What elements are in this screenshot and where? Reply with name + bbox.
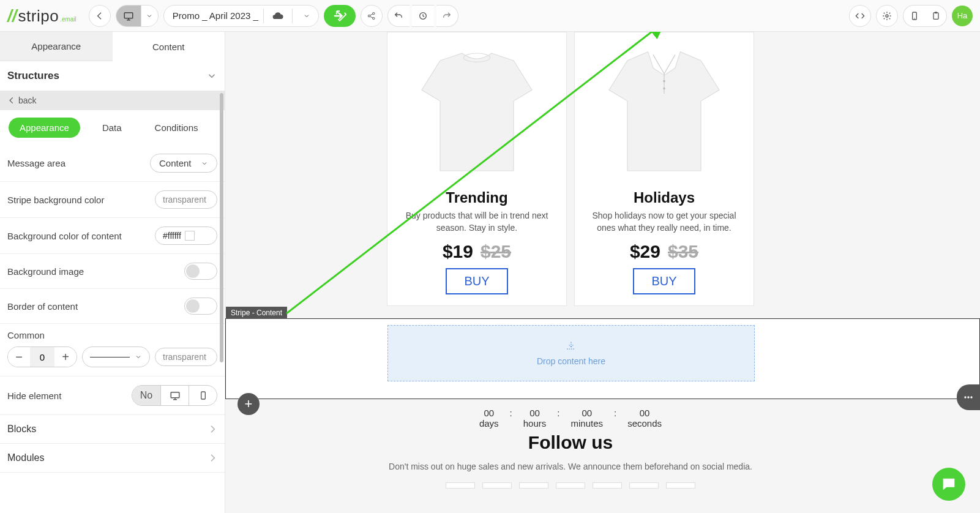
back-link[interactable]: back	[0, 91, 225, 110]
accordion-blocks[interactable]: Blocks	[0, 415, 225, 444]
tab-appearance[interactable]: Appearance	[0, 32, 113, 61]
share-button[interactable]	[361, 5, 383, 27]
drop-text: Drop content here	[537, 356, 605, 366]
add-stripe-button[interactable]: +	[238, 393, 260, 415]
device-dropdown[interactable]	[141, 6, 158, 26]
subtab-conditions[interactable]: Conditions	[144, 118, 209, 138]
social-icon[interactable]	[666, 482, 695, 489]
svg-rect-11	[201, 392, 205, 399]
prop-label: Common	[7, 330, 217, 340]
prop-label: Message area	[7, 158, 65, 168]
stripe-bg-input[interactable]: transparent	[155, 190, 217, 209]
preview-button[interactable]	[925, 5, 947, 27]
message-area-select[interactable]: Content	[150, 154, 217, 173]
tab-content[interactable]: Content	[113, 32, 225, 61]
countdown-block[interactable]: 00days : 00hours : 00minutes : 00seconds…	[387, 408, 754, 489]
history-button[interactable]	[412, 5, 434, 27]
social-icon[interactable]	[446, 482, 475, 489]
border-style-select[interactable]	[82, 346, 150, 367]
sidebar-scrollbar[interactable]	[220, 93, 225, 513]
device-toggle[interactable]	[116, 5, 159, 27]
product-old-price: $35	[668, 241, 698, 262]
follow-desc: Don't miss out on huge sales and new arr…	[387, 462, 754, 471]
social-icon[interactable]	[482, 482, 512, 489]
hide-no[interactable]: No	[132, 386, 160, 405]
cd-days-l: days	[479, 418, 499, 429]
buy-button[interactable]: BUY	[633, 268, 695, 294]
stripe-tag: Stripe - Content	[226, 307, 287, 319]
device-desktop[interactable]	[116, 6, 141, 26]
avatar[interactable]: Ha	[952, 6, 973, 26]
color-swatch	[185, 231, 195, 241]
prop-common: Common − 0 + transparent	[0, 324, 225, 376]
subtab-appearance[interactable]: Appearance	[9, 118, 80, 138]
product-card[interactable]: Holidays Shop holidays now to get your s…	[574, 32, 754, 306]
export-button[interactable]	[324, 5, 356, 27]
svg-rect-8	[933, 12, 938, 19]
product-price: $19	[443, 241, 473, 262]
subtab-data[interactable]: Data	[91, 118, 133, 138]
hide-mobile[interactable]	[189, 386, 217, 405]
prop-message-area: Message area Content	[0, 145, 225, 182]
back-button[interactable]	[89, 5, 111, 27]
svg-rect-9	[935, 12, 937, 13]
product-old-price: $25	[481, 241, 511, 262]
redo-icon	[442, 11, 452, 21]
product-desc: Buy products that will be in trend next …	[395, 210, 559, 234]
product-card[interactable]: Trending Buy products that will be in tr…	[387, 32, 567, 306]
more-actions-button[interactable]	[957, 384, 980, 410]
redo-button[interactable]	[436, 5, 458, 27]
preview-mobile-button[interactable]	[903, 5, 925, 27]
project-dropdown[interactable]	[297, 7, 316, 25]
sidebar: Appearance Content Structures back Appea…	[0, 32, 225, 513]
chevron-down-icon	[146, 12, 153, 20]
code-button[interactable]	[849, 5, 871, 27]
prop-stripe-bg: Stripe background color transparent	[0, 182, 225, 218]
cd-sec-v: 00	[640, 408, 650, 418]
canvas: Trending Buy products that will be in tr…	[225, 32, 980, 513]
chat-icon	[940, 476, 957, 493]
product-title: Trending	[395, 189, 559, 206]
chevron-down-icon	[303, 12, 310, 20]
buy-button[interactable]: BUY	[446, 268, 507, 294]
export-icon	[333, 9, 346, 23]
code-icon	[855, 11, 865, 21]
social-icon[interactable]	[593, 482, 622, 489]
border-color-input[interactable]: transparent	[155, 348, 217, 366]
cloud-save-button[interactable]	[269, 7, 287, 25]
settings-button[interactable]	[876, 5, 898, 27]
accordion-label: Modules	[7, 452, 44, 463]
product-price: $29	[630, 241, 660, 262]
border-width-stepper[interactable]: − 0 +	[7, 346, 77, 367]
mobile-icon	[198, 391, 208, 400]
prop-label: Stripe background color	[7, 195, 104, 205]
cd-min-v: 00	[582, 408, 592, 418]
undo-button[interactable]	[387, 5, 410, 27]
hide-desktop[interactable]	[160, 386, 189, 405]
content-bg-input[interactable]: #ffffff	[155, 227, 217, 245]
border-toggle[interactable]	[184, 298, 217, 315]
social-icon[interactable]	[629, 482, 659, 489]
chat-button[interactable]	[932, 468, 965, 501]
mobile-icon	[910, 11, 919, 21]
stepper-plus[interactable]: +	[54, 347, 77, 367]
dots-icon	[962, 391, 974, 403]
undo-icon	[394, 11, 403, 21]
svg-point-17	[970, 396, 972, 398]
social-icon[interactable]	[519, 482, 548, 489]
drop-zone[interactable]: Drop content here	[387, 325, 755, 381]
svg-point-13	[663, 80, 665, 83]
drop-icon	[565, 340, 577, 353]
svg-point-15	[964, 396, 966, 398]
product-row: Trending Buy products that will be in tr…	[387, 32, 754, 306]
logo[interactable]: // stripo .email	[7, 6, 77, 26]
bg-image-toggle[interactable]	[184, 263, 217, 280]
section-structures[interactable]: Structures	[0, 61, 225, 91]
accordion-modules[interactable]: Modules	[0, 444, 225, 473]
social-icon[interactable]	[556, 482, 585, 489]
chevron-right-icon	[208, 453, 217, 463]
selected-stripe[interactable]: Stripe - Content Drop content here	[225, 318, 980, 399]
chevron-right-icon	[208, 424, 217, 434]
project-selector[interactable]: Promo _ April 2023 _	[163, 5, 319, 27]
stepper-minus[interactable]: −	[8, 347, 30, 367]
